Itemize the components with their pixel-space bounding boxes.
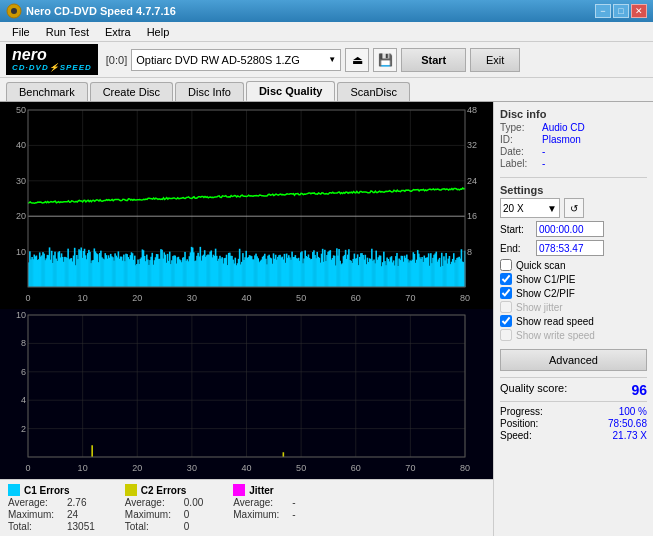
position-label: Position:: [500, 418, 538, 429]
show-read-speed-label: Show read speed: [516, 316, 594, 327]
side-panel: Disc info Type: Audio CD ID: Plasmon Dat…: [493, 102, 653, 536]
drive-combo-box[interactable]: Optiarc DVD RW AD-5280S 1.ZG ▼: [131, 49, 341, 71]
show-c1-checkbox[interactable]: [500, 273, 512, 285]
drive-label: [0:0]: [106, 54, 127, 66]
menu-run-test[interactable]: Run Test: [38, 24, 97, 40]
nero-logo: nero CD·DVD⚡SPEED: [6, 44, 98, 74]
speed-combo-arrow: ▼: [547, 203, 557, 214]
save-button[interactable]: 💾: [373, 48, 397, 72]
end-time-input[interactable]: 078:53.47: [536, 240, 604, 256]
title-bar-text: Nero CD-DVD Speed 4.7.7.16: [26, 5, 176, 17]
speed-value: 20 X: [503, 203, 524, 214]
disc-label-row: Label: -: [500, 158, 647, 169]
jitter-avg: -: [292, 497, 295, 508]
end-time-row: End: 078:53.47: [500, 240, 647, 256]
close-button[interactable]: ✕: [631, 4, 647, 18]
tab-create-disc[interactable]: Create Disc: [90, 82, 173, 101]
title-bar-buttons: − □ ✕: [595, 4, 647, 18]
charts-container: [0, 102, 493, 479]
eject-button[interactable]: ⏏: [345, 48, 369, 72]
quality-score-row: Quality score: 96: [500, 382, 647, 398]
jitter-max: -: [292, 509, 295, 520]
minimize-button[interactable]: −: [595, 4, 611, 18]
c1-avg: 2.76: [67, 497, 86, 508]
refresh-button[interactable]: ↺: [564, 198, 584, 218]
toolbar: nero CD·DVD⚡SPEED [0:0] Optiarc DVD RW A…: [0, 42, 653, 78]
speed-combo[interactable]: 20 X ▼: [500, 198, 560, 218]
quick-scan-label: Quick scan: [516, 260, 565, 271]
show-write-speed-row: Show write speed: [500, 329, 647, 341]
svg-point-1: [11, 8, 17, 14]
maximize-button[interactable]: □: [613, 4, 629, 18]
advanced-button[interactable]: Advanced: [500, 349, 647, 371]
title-bar: Nero CD-DVD Speed 4.7.7.16 − □ ✕: [0, 0, 653, 22]
disc-info-title: Disc info: [500, 108, 647, 120]
main-content: C1 Errors Average:2.76 Maximum:24 Total:…: [0, 102, 653, 536]
start-time-input[interactable]: 000:00.00: [536, 221, 604, 237]
legend-jitter: Jitter Average:- Maximum:-: [233, 484, 295, 532]
show-write-speed-checkbox[interactable]: [500, 329, 512, 341]
disc-label-val: -: [542, 158, 545, 169]
c2-total: 0: [184, 521, 190, 532]
start-time-value: 000:00.00: [539, 224, 584, 235]
c1-color: [8, 484, 20, 496]
show-c2-label: Show C2/PIF: [516, 288, 575, 299]
c2-avg: 0.00: [184, 497, 203, 508]
disc-date-key: Date:: [500, 146, 538, 157]
c2-label: C2 Errors: [141, 485, 187, 496]
legend-c1: C1 Errors Average:2.76 Maximum:24 Total:…: [8, 484, 95, 532]
position-row: Position: 78:50.68: [500, 418, 647, 429]
show-c1-label: Show C1/PIE: [516, 274, 575, 285]
combo-arrow-icon: ▼: [328, 55, 336, 64]
show-c2-row: Show C2/PIF: [500, 287, 647, 299]
show-jitter-label: Show jitter: [516, 302, 563, 313]
disc-date-row: Date: -: [500, 146, 647, 157]
disc-id-val: Plasmon: [542, 134, 581, 145]
settings-title: Settings: [500, 184, 647, 196]
quick-scan-checkbox[interactable]: [500, 259, 512, 271]
tab-disc-quality[interactable]: Disc Quality: [246, 81, 336, 101]
disc-date-val: -: [542, 146, 545, 157]
show-c1-row: Show C1/PIE: [500, 273, 647, 285]
speed-label: Speed:: [500, 430, 532, 441]
app-icon: [6, 3, 22, 19]
progress-row: Progress: 100 %: [500, 406, 647, 417]
drive-selector: [0:0] Optiarc DVD RW AD-5280S 1.ZG ▼: [106, 49, 341, 71]
start-button[interactable]: Start: [401, 48, 466, 72]
show-jitter-checkbox[interactable]: [500, 301, 512, 313]
speed-value: 21.73 X: [613, 430, 647, 441]
tab-scandisc[interactable]: ScanDisc: [337, 82, 409, 101]
menu-extra[interactable]: Extra: [97, 24, 139, 40]
menu-help[interactable]: Help: [139, 24, 178, 40]
show-read-speed-row: Show read speed: [500, 315, 647, 327]
c1-total: 13051: [67, 521, 95, 532]
legend-area: C1 Errors Average:2.76 Maximum:24 Total:…: [0, 479, 493, 536]
disc-info-section: Disc info Type: Audio CD ID: Plasmon Dat…: [500, 108, 647, 169]
menu-bar: File Run Test Extra Help: [0, 22, 653, 42]
tab-benchmark[interactable]: Benchmark: [6, 82, 88, 101]
jitter-color: [233, 484, 245, 496]
speed-setting-row: 20 X ▼ ↺: [500, 198, 647, 218]
exit-button[interactable]: Exit: [470, 48, 520, 72]
disc-type-row: Type: Audio CD: [500, 122, 647, 133]
disc-id-key: ID:: [500, 134, 538, 145]
show-read-speed-checkbox[interactable]: [500, 315, 512, 327]
disc-id-row: ID: Plasmon: [500, 134, 647, 145]
start-label: Start:: [500, 224, 532, 235]
c2-max: 0: [184, 509, 190, 520]
tab-disc-info[interactable]: Disc Info: [175, 82, 244, 101]
c1-label: C1 Errors: [24, 485, 70, 496]
start-time-row: Start: 000:00.00: [500, 221, 647, 237]
settings-section: Settings 20 X ▼ ↺ Start: 000:00.00 End: …: [500, 184, 647, 341]
jitter-label: Jitter: [249, 485, 273, 496]
c1-max: 24: [67, 509, 78, 520]
show-jitter-row: Show jitter: [500, 301, 647, 313]
tabs-bar: Benchmark Create Disc Disc Info Disc Qua…: [0, 78, 653, 102]
show-c2-checkbox[interactable]: [500, 287, 512, 299]
progress-value: 100 %: [619, 406, 647, 417]
legend-c2: C2 Errors Average:0.00 Maximum:0 Total:0: [125, 484, 203, 532]
disc-type-key: Type:: [500, 122, 538, 133]
quality-score-label: Quality score:: [500, 382, 567, 398]
disc-label-key: Label:: [500, 158, 538, 169]
menu-file[interactable]: File: [4, 24, 38, 40]
